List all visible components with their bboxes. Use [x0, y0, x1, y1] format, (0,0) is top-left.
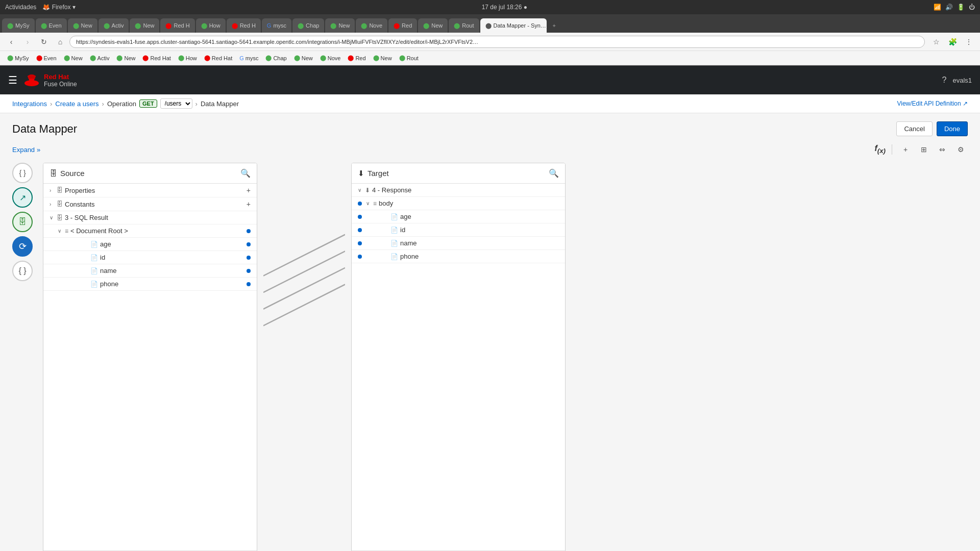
body-toggle[interactable]: ∨ — [366, 201, 373, 206]
view-edit-api-link[interactable]: View/Edit API Definition ↗ — [897, 100, 968, 107]
tab-red[interactable]: ⬤ Red — [388, 18, 417, 33]
add-mapping-button[interactable]: + — [898, 142, 913, 157]
main-content: Data Mapper Cancel Done Expand » f(x) + … — [0, 113, 980, 551]
tab-rout[interactable]: ⬤ Rout — [449, 18, 479, 33]
tab-datamapper[interactable]: ⬤ Data Mapper - Syn… ✕ — [480, 18, 547, 33]
id-field-icon: 📄 — [90, 254, 98, 261]
tab-chap[interactable]: ⬤ Chap — [292, 18, 324, 33]
left-sidebar: { } ↗ 🗄 ⟳ { } — [12, 163, 37, 551]
table-view-button[interactable]: ⊞ — [917, 142, 931, 157]
bookmark-5[interactable]: ⬤ New — [113, 54, 138, 62]
target-search-button[interactable]: 🔍 — [549, 168, 559, 178]
bookmark-8[interactable]: ⬤ Red Hat — [201, 54, 235, 62]
source-age-dot — [247, 242, 251, 246]
bookmark-4[interactable]: ⬤ Activ — [87, 54, 113, 62]
tab-how[interactable]: ⬤ How — [196, 18, 226, 33]
bookmark-7[interactable]: ⬤ How — [175, 54, 200, 62]
sidebar-code-icon[interactable]: { } — [12, 261, 33, 281]
bookmark-13[interactable]: ⬤ Red — [345, 54, 369, 62]
tab-even[interactable]: ⬤ Even — [36, 18, 67, 33]
operation-select[interactable]: /users — [160, 98, 192, 109]
reload-button[interactable]: ↻ — [37, 35, 51, 49]
doc-root-label: < Document Root > — [70, 227, 247, 235]
expand-button[interactable]: Expand » — [12, 146, 40, 154]
address-bar[interactable] — [69, 36, 925, 48]
constants-toggle[interactable]: › — [50, 202, 57, 207]
bookmark-14[interactable]: ⬤ New — [370, 54, 395, 62]
tab-redh1[interactable]: ⬤ Red H — [160, 18, 194, 33]
os-sound-icon: 🔊 — [945, 4, 953, 11]
hamburger-menu[interactable]: ☰ — [8, 74, 17, 86]
body-icon: ≡ — [373, 200, 377, 207]
settings-button[interactable]: ⚙ — [953, 142, 968, 157]
response-toggle[interactable]: ∨ — [358, 187, 365, 193]
target-name-row[interactable]: 📄 name — [352, 237, 565, 250]
breadcrumb-integrations[interactable]: Integrations — [12, 100, 47, 108]
tab-new1[interactable]: ⬤ New — [68, 18, 97, 33]
bookmark-15[interactable]: ⬤ Rout — [396, 54, 422, 62]
done-button[interactable]: Done — [937, 121, 968, 136]
source-search-button[interactable]: 🔍 — [240, 168, 251, 178]
source-age-row[interactable]: 📄 age — [43, 238, 257, 251]
bookmark-3[interactable]: ⬤ New — [61, 54, 86, 62]
constants-add-button[interactable]: + — [247, 200, 251, 208]
target-phone-row[interactable]: 📄 phone — [352, 250, 565, 263]
bookmark-star[interactable]: ☆ — [929, 35, 943, 49]
source-id-row[interactable]: 📄 id — [43, 251, 257, 264]
source-sql-result-row[interactable]: ∨ 🗄 3 - SQL Result — [43, 211, 257, 224]
bookmark-11[interactable]: ⬤ New — [291, 54, 316, 62]
target-panel: ⬇ Target 🔍 ∨ ⬇ 4 - Response ∨ — [351, 163, 566, 551]
sidebar-active-icon[interactable]: ⟳ — [12, 236, 33, 257]
tab-mysql[interactable]: ⬤ MySy — [2, 18, 35, 33]
back-button[interactable]: ‹ — [4, 35, 18, 49]
bookmark-1[interactable]: ⬤ MySy — [4, 54, 32, 62]
bookmark-9[interactable]: G mysc — [236, 54, 261, 62]
target-response-row[interactable]: ∨ ⬇ 4 - Response — [352, 184, 565, 197]
sidebar-db-icon[interactable]: 🗄 — [12, 212, 33, 232]
tab-redh2[interactable]: ⬤ Red H — [227, 18, 261, 33]
target-id-row[interactable]: 📄 id — [352, 223, 565, 237]
sql-result-toggle[interactable]: ∨ — [50, 215, 57, 220]
tab-new3[interactable]: ⬤ New — [325, 18, 355, 33]
tab-new-tab[interactable]: + — [548, 18, 561, 33]
mapper-area: { } ↗ 🗄 ⟳ { } 🗄 Source 🔍 — [12, 163, 968, 551]
menu-button[interactable]: ⋮ — [962, 35, 976, 49]
source-name-row[interactable]: 📄 name — [43, 264, 257, 278]
sidebar-source-icon[interactable]: { } — [12, 163, 33, 183]
bookmark-2[interactable]: ⬤ Even — [33, 54, 60, 62]
forward-button[interactable]: › — [20, 35, 35, 49]
bookmark-6[interactable]: ⬤ Red Hat — [139, 54, 174, 62]
help-icon[interactable]: ? — [942, 76, 947, 85]
tab-gmysc[interactable]: G mysc — [262, 18, 291, 33]
bookmark-12[interactable]: ⬤ Nove — [317, 54, 344, 62]
target-phone-icon: 📄 — [390, 253, 398, 260]
properties-add-button[interactable]: + — [247, 186, 251, 194]
home-button[interactable]: ⌂ — [53, 35, 67, 49]
user-label[interactable]: evals1 — [952, 77, 972, 84]
target-panel-body-space — [352, 263, 565, 550]
tab-new4[interactable]: ⬤ New — [418, 18, 448, 33]
extensions-icon[interactable]: 🧩 — [945, 35, 960, 49]
bc-sep-1: › — [50, 100, 52, 108]
doc-root-toggle[interactable]: ∨ — [58, 228, 65, 234]
tab-nove[interactable]: ⬤ Nove — [356, 18, 387, 33]
bookmark-10[interactable]: ⬤ Chap — [262, 54, 289, 62]
sidebar-target-icon[interactable]: ↗ — [12, 187, 33, 208]
svg-line-3 — [263, 268, 345, 309]
source-constants-row[interactable]: › 🗄 Constants + — [43, 197, 257, 211]
fx-icon[interactable]: f(x) — [874, 144, 886, 155]
target-age-row[interactable]: 📄 age — [352, 210, 565, 223]
tab-new2[interactable]: ⬤ New — [130, 18, 159, 33]
breadcrumb-create-users[interactable]: Create a users — [55, 100, 99, 108]
target-body-row[interactable]: ∨ ≡ body — [352, 197, 565, 210]
cancel-button[interactable]: Cancel — [896, 121, 932, 136]
source-phone-row[interactable]: 📄 phone — [43, 278, 257, 291]
source-document-root-row[interactable]: ∨ ≡ < Document Root > — [43, 224, 257, 238]
properties-toggle[interactable]: › — [50, 188, 57, 193]
os-firefox[interactable]: 🦊 Firefox ▾ — [42, 4, 75, 11]
tab-activ[interactable]: ⬤ Activ — [99, 18, 129, 33]
os-activities[interactable]: Actividades — [5, 4, 36, 11]
import-button[interactable]: ⇔ — [935, 142, 949, 157]
source-properties-row[interactable]: › 🗄 Properties + — [43, 184, 257, 197]
source-name-label: name — [100, 267, 247, 274]
